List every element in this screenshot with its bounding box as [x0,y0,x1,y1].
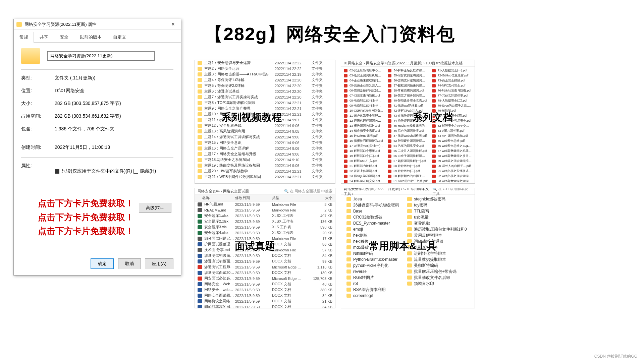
tool-row[interactable]: 找gbk编码 [472,250,475,256]
tab-custom[interactable]: 自定义 [107,32,132,42]
ok-button[interactable]: 确定 [91,258,114,269]
tool-row[interactable]: RSA综合脚本利用 [344,287,402,293]
pdf-row[interactable]: 40-智能设备安全实态.pdf [386,98,429,103]
tool-row[interactable]: 字符频率统计分析 [472,268,475,275]
pdf-row[interactable]: 47-浅谈webshell检测.pdf [386,133,429,138]
tool-row[interactable]: CRC32校验爆破 [344,214,402,220]
pdf-row[interactable]: 36-交易支付逻辑漏洞小总结.pdf [386,78,429,83]
tool-row[interactable]: 26键盘密码-手机键盘密码 [344,202,402,208]
pdf-row[interactable]: 90-局外人的白帽子....pdf [431,164,473,169]
pdf-row[interactable]: 76-钓鱼社攻击与防御.pdf [431,88,473,93]
pdf-row[interactable]: 18-解释弱口令思维.pdf [342,148,385,154]
file-row[interactable]: 安全题库2.xlsx2022/11/5 9:59XLSX 工作表136 KB [195,219,335,224]
file-row[interactable]: 安全题库1.xlsx2022/11/5 9:59XLSX 工作表497 KB [195,213,335,219]
pdf-row[interactable]: 93-web高危漏洞之漏洞挖掘.pdf [431,179,473,184]
folder-row[interactable]: 主题16：网络安全产品详解2022/11/4 9:06文件夹 [195,145,335,151]
pdf-row[interactable]: 14-精准扫安全态度.pdf [342,128,385,133]
folder-row[interactable]: 主题8：TOP10漏洞详解和防御2022/11/4 22:21文件夹 [195,100,335,106]
pdf-row[interactable]: 11-账户体系安全管理探索.pdf [342,113,385,118]
hidden-checkbox[interactable]: 隐藏(H) [133,168,156,174]
pdf-row[interactable]: 06-思想是最好的武器浅谈技巧.pdf [342,88,385,93]
pdf-row[interactable]: 74-NFC支付安全.pdf [431,83,473,88]
pdf-row[interactable]: 17-url重定位的探讨(一).pdf [342,143,385,148]
pdf-row[interactable]: 55-二次注入漏洞排解.pdf [386,148,429,154]
folder-row[interactable]: 主题15：网络安全意识2022/11/4 9:06文件夹 [195,140,335,145]
tool-row[interactable]: emoji [344,226,402,232]
file-row[interactable]: 安全题库4.xlsx2022/11/5 9:59XLSX 工作表20 KB [195,230,335,236]
tool-row[interactable]: Python-Brainfuck-master [344,256,402,262]
pdf-row[interactable]: 85-web安全思维.pdf [431,138,473,143]
pdf-row[interactable]: 41-浅谈waf的终极.pdf [386,103,429,108]
pdf-row[interactable]: 83-vi图片那些事.pdf [431,128,473,133]
tab-previous[interactable]: 以前的版本 [74,32,107,42]
file-row[interactable]: 渗透测试工程师面试大全.pdf2022/11/5 9:59Microsoft E… [195,264,335,270]
file-row[interactable]: 渗透测试面试2019版.docx2022/11/5 9:59DOCX 文档130… [195,270,335,276]
tool-row[interactable]: 一些比赛的脚本 [472,262,475,268]
tab-security[interactable]: 安全 [54,32,74,42]
pdf-row[interactable]: 56-白盒子漏洞排解那些思.pdf [386,154,429,159]
pdf-row[interactable]: 37-越权漏洞抽像的那几点... [386,83,429,88]
folder-name-input[interactable] [47,51,155,61]
pdf-row[interactable]: 86-web安全思维之SQL注入.pdf [431,143,473,148]
tool-row[interactable]: 字节转大端序 [472,281,475,287]
folder-row[interactable]: 主题14：渗透测试工具讲解与实战2022/11/4 9:06文件夹 [195,134,335,140]
tool-row[interactable]: Base [344,208,402,214]
tool-row[interactable]: 批量解压压缩包+带密码 [405,268,469,275]
pdf-row[interactable]: 02-安全应急响应中心之成长的烦恼探索.pdf [342,68,385,73]
tool-row[interactable]: 双参数爆破脚本 [472,220,475,226]
tool-row[interactable]: 替换脚本 [472,232,475,238]
pdf-row[interactable]: 73-白盒安全排解.pdf [431,78,473,83]
file-row[interactable]: 网安面试必知必答第一含答案.pdf2022/11/5 9:59Microsoft… [195,276,335,281]
pdf-row[interactable]: 91-web文档之安懂格式漏洞挖掘.pdf [431,169,473,174]
folder-row[interactable]: 主题18.网络安全之系统加固2022/11/4 9:10文件夹 [195,157,335,163]
pdf-row[interactable]: 22-谈谈上传漏洞.pdf [342,169,385,174]
tool-row[interactable]: rot [344,281,402,287]
tool-row[interactable]: python-Picke序列化 [344,262,402,268]
pdf-row[interactable]: 09-电商和O2O行业诈骗那些事儿(下).pdf [342,103,385,108]
pdf-row[interactable]: 87-web高危漏洞之机器容器信息收集.pdf [431,148,473,154]
tool-row[interactable]: 批量修改文件名后缀 [405,275,469,281]
pdf-row[interactable]: 38-常被忽视的漏洞.pdf [386,88,429,93]
breadcrumb[interactable]: 网络安全资料 › 网络安全面试题🔍 在 网络安全面试题 中搜索 [195,188,335,195]
advanced-button[interactable]: 高级(D)... [139,203,171,213]
pdf-row[interactable]: 84-APT漏洞与防御.pdf [431,133,473,138]
tool-row[interactable]: 字符替换 [472,275,475,281]
file-row[interactable]: README.md2022/11/5 9:59Markdown File2 KB [195,207,335,213]
pdf-row[interactable]: 79-Sven的白帽子之路.pdf [431,103,473,108]
tool-row[interactable]: 变异凯撒 [405,220,469,226]
pdf-row[interactable]: 19-解释弱口令(二).pdf [342,154,385,159]
tool-row[interactable]: 图片爆破宽高 [472,238,475,244]
tool-row[interactable]: 频域盲水印 [405,281,469,287]
tool-row[interactable]: usb流量 [405,214,469,220]
pdf-row[interactable]: 78-大数据安全(二).pdf [431,98,473,103]
pdf-row[interactable]: 46-后台的漏洞排查.pdf [386,128,429,133]
tool-row[interactable]: screentogif [344,293,402,299]
pdf-row[interactable]: 72-GitHub信息泄露.pdf [431,73,473,78]
pdf-row[interactable]: 61-Alice的白帽子之路.pdf [386,179,429,184]
file-row[interactable]: 网络安全、Web安全、渗透测试笔试总...2022/11/5 9:59DOCX … [195,281,335,287]
pdf-row[interactable]: 60-解析颜色的白帽子之路.pdf [386,174,429,179]
tool-row[interactable]: .idea [344,196,402,202]
file-row[interactable]: 网络安全、web安全、渗透测试之笔试总...2022/11/5 9:59DOCX… [195,287,335,293]
pdf-row[interactable]: 05-浅谈企业SQL注入漏洞的危害与防御.... [342,83,385,88]
tool-row[interactable]: 十进制转字符 [472,208,475,214]
tool-row[interactable]: 尼亚加密 [472,244,475,250]
pdf-row[interactable]: 57-越权漏洞排解(一).pdf [386,159,429,164]
breadcrumb[interactable]: 网络安全学习资源(2022.11月更新) › CTF常用脚本及工具 ›🔍 在 C… [341,188,475,195]
file-row[interactable]: 渗透测试初级面试题(一).docx2022/11/5 9:59DOCX 文档84… [195,253,335,258]
pdf-row[interactable]: 10-CSRF的攻击与防御.pdf [342,108,385,113]
pdf-row[interactable]: 34-解释金融反欺诈那些事儿.pdf [386,68,429,73]
pdf-row[interactable]: 23-聊SQL学习漏洞.pdf [342,174,385,179]
tool-row[interactable]: 日志匹配 [472,202,475,208]
pdf-row[interactable]: 52-智能硬件漏洞挖掘入门指导.pdf [386,138,429,143]
folder-row[interactable]: 主题3：网络攻击前沿——ATT&CK框架2022/11/4 22:19文件夹 [195,71,335,77]
pdf-row[interactable]: 20-解释XML注入.pdf [342,159,385,164]
file-row[interactable]: 问的颇率高的网络安全面试题 (含答案) ...2022/11/5 9:59DOC… [195,304,335,308]
pdf-row[interactable]: 35-宗旨抗四速绳漏洞小总结.pdf [386,73,429,78]
tab-general[interactable]: 常规 [14,32,34,43]
pdf-row[interactable]: 16-情报技巧碰撞挖马.pdf [342,138,385,143]
tool-row[interactable]: RGB转图片 [344,275,402,281]
tool-row[interactable]: 文件异或 [472,256,475,262]
breadcrumb[interactable]: 01网络安全 › 网络安全学习资源(2022.11月更新) › 100份src挖… [341,60,475,67]
tool-row[interactable]: TTL隐写 [405,208,469,214]
